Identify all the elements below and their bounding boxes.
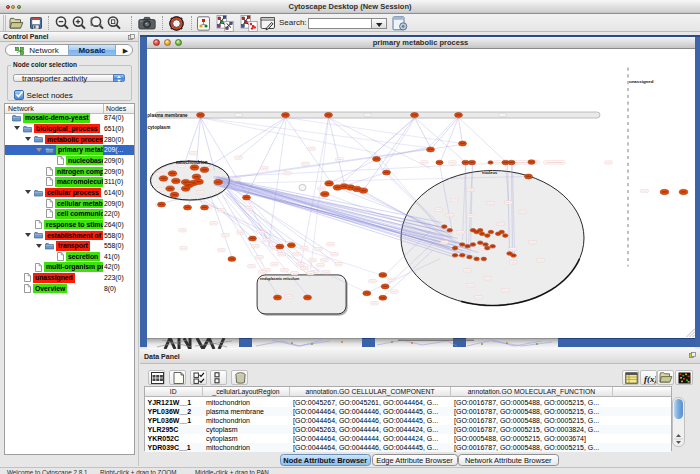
svg-text:cytoplasm: cytoplasm xyxy=(147,125,170,130)
svg-text:endoplasmic reticulum: endoplasmic reticulum xyxy=(260,276,299,280)
svg-text:f(x): f(x) xyxy=(644,374,656,384)
svg-text:plasma membrane: plasma membrane xyxy=(147,112,188,117)
svg-text:nucleus: nucleus xyxy=(482,169,498,174)
svg-text:unassigned: unassigned xyxy=(629,79,654,84)
svg-text:mitochondrion: mitochondrion xyxy=(176,160,208,165)
